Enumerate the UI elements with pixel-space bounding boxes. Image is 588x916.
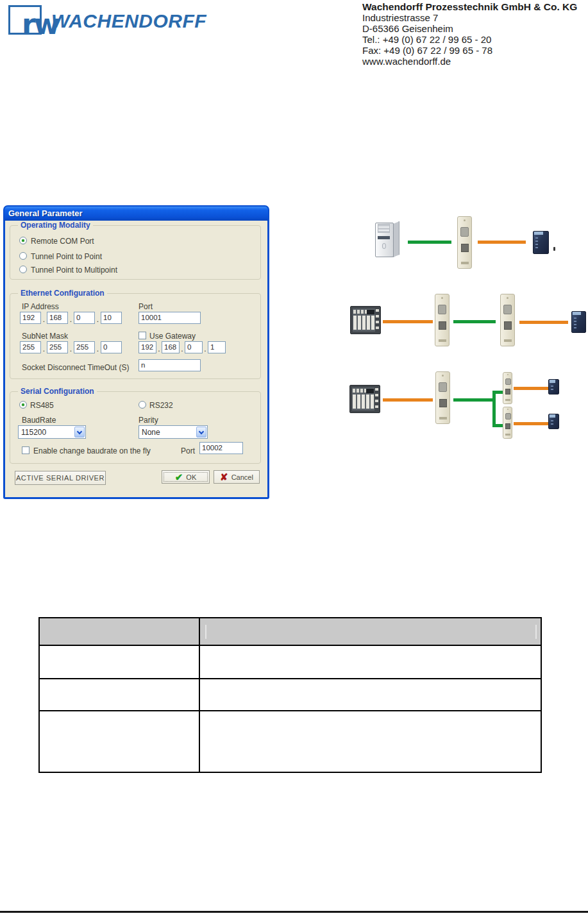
header-tick-mark	[205, 625, 206, 639]
radio-rs485[interactable]	[19, 401, 27, 409]
baudrate-fly-label: Enable change baudrate on the fly	[33, 446, 151, 455]
hmi-panel-icon	[349, 385, 380, 413]
ip-octet-4[interactable]: 10	[101, 312, 122, 324]
table-cell	[39, 711, 199, 772]
operating-modality-group: Operating Modality Remote COM Port Tunne…	[10, 225, 261, 280]
chevron-down-icon	[77, 429, 82, 434]
cancel-button[interactable]: ✘ Cancel	[214, 470, 260, 484]
active-serial-driver-button[interactable]: ACTIVE SERIAL DRIVER	[15, 471, 106, 485]
ethernet-configuration-label: Ethernet Configuration	[18, 289, 107, 298]
ok-button[interactable]: ✔ OK	[162, 470, 210, 484]
link-line-green	[453, 320, 496, 323]
ethernet-port-input[interactable]: 10001	[139, 312, 201, 324]
page: rw WACHENDORFF Wachendorff Prozesstechni…	[0, 0, 588, 916]
ip-octet-3[interactable]: 0	[74, 312, 95, 324]
header-tick-mark	[535, 625, 537, 639]
company-tel: Tel.: +49 (0) 67 22 / 99 65 - 20	[362, 34, 588, 45]
subnet-octet-4[interactable]: 0	[101, 341, 122, 353]
gateway-input-group: 192. 168. 0. 1	[139, 341, 226, 353]
gateway-octet-3[interactable]: 0	[185, 341, 203, 353]
baudrate-fly-checkbox[interactable]	[22, 446, 29, 454]
socket-timeout-label: Socket Disconnect TimeOut (S)	[22, 363, 129, 372]
company-city: D-65366 Geisenheim	[362, 23, 588, 34]
baudrate-select[interactable]: 115200	[18, 425, 86, 439]
subnet-octet-2[interactable]: 255	[47, 341, 68, 353]
link-line-orange	[383, 320, 433, 323]
subnet-octet-3[interactable]: 255	[74, 341, 95, 353]
link-line-orange	[519, 321, 568, 324]
baudrate-label: BaudRate	[22, 416, 56, 425]
ok-button-label: OK	[186, 473, 196, 481]
link-line-orange	[478, 241, 526, 244]
table-cell	[199, 679, 541, 711]
gateway-octet-2[interactable]: 168	[162, 341, 180, 353]
radio-rs232[interactable]	[139, 401, 146, 409]
ethernet-port-label: Port	[139, 302, 153, 311]
radio-remote-com-port[interactable]	[19, 237, 27, 244]
parity-dropdown-button[interactable]	[196, 427, 206, 437]
parity-label: Parity	[139, 416, 158, 425]
converter-icon	[457, 216, 472, 269]
field-device-icon	[548, 379, 559, 394]
table-row	[39, 711, 541, 772]
table-cell	[39, 679, 199, 711]
radio-tunnel-point-to-multipoint[interactable]	[19, 266, 27, 273]
stray-mark	[553, 247, 555, 251]
radio-tunnel-point-to-point[interactable]	[19, 252, 27, 260]
subnet-mask-label: SubNet Mask	[22, 332, 68, 341]
subnet-octet-1[interactable]: 255	[20, 341, 41, 353]
table-cell	[199, 645, 541, 679]
pc-tower-icon	[375, 221, 401, 259]
socket-timeout-input[interactable]: n	[139, 359, 201, 371]
radio-remote-com-port-label: Remote COM Port	[31, 237, 94, 246]
converter-icon	[500, 294, 515, 346]
operating-modality-label: Operating Modality	[18, 221, 93, 230]
company-fax: Fax: +49 (0) 67 22 / 99 65 - 78	[362, 45, 588, 56]
company-name: Wachendorff Prozesstechnik GmbH & Co. KG	[362, 1, 588, 12]
dialog-titlebar[interactable]: General Parameter	[4, 207, 268, 221]
subnet-mask-input-group: 255. 255. 255. 0	[20, 341, 122, 353]
check-icon: ✔	[175, 471, 183, 483]
company-address-block: Wachendorff Prozesstechnik GmbH & Co. KG…	[362, 1, 588, 67]
parity-select[interactable]: None	[139, 425, 208, 439]
link-line-green-branch	[492, 391, 496, 427]
wachendorff-logo-icon: rw	[8, 5, 42, 35]
ip-octet-1[interactable]: 192	[20, 312, 41, 324]
baudrate-dropdown-button[interactable]	[74, 427, 85, 437]
serial-configuration-group: Serial Configuration RS485 RS232 BaudRat…	[10, 391, 261, 464]
table-row	[39, 645, 541, 679]
converter-icon	[435, 294, 449, 346]
link-line-green	[453, 398, 496, 402]
gateway-octet-4[interactable]: 1	[208, 341, 226, 353]
field-device-icon	[571, 311, 586, 333]
ethernet-configuration-group: Ethernet Configuration IP Address 192. 1…	[10, 293, 261, 379]
link-line-green	[408, 241, 451, 244]
company-web: www.wachendorff.de	[362, 56, 588, 67]
use-gateway-label: Use Gateway	[149, 332, 196, 341]
ip-address-label: IP Address	[22, 302, 59, 311]
serial-configuration-label: Serial Configuration	[18, 387, 97, 396]
gateway-octet-1[interactable]: 192	[139, 341, 156, 353]
table-header-cell	[39, 618, 199, 645]
converter-icon	[503, 372, 512, 404]
general-parameter-dialog: General Parameter Operating Modality Rem…	[3, 205, 269, 499]
chevron-down-icon	[199, 429, 204, 434]
parameter-table	[38, 617, 542, 773]
table-header-row	[39, 618, 541, 645]
serial-port-label: Port	[181, 446, 195, 455]
table-row	[39, 679, 541, 711]
radio-rs485-label: RS485	[30, 401, 54, 410]
use-gateway-checkbox[interactable]	[139, 332, 146, 339]
x-icon: ✘	[220, 471, 228, 483]
page-footer-rule	[0, 911, 588, 913]
ip-address-input-group: 192. 168. 0. 10	[20, 312, 122, 324]
baudrate-value: 115200	[21, 428, 46, 437]
logo-wordmark: WACHENDORFF	[51, 10, 206, 32]
radio-tunnel-point-to-multipoint-label: Tunnel Point to Multipoint	[31, 266, 117, 275]
table-cell	[39, 645, 199, 679]
field-device-icon	[548, 414, 559, 429]
ip-octet-2[interactable]: 168	[47, 312, 68, 324]
table-header-cell	[199, 618, 541, 645]
table-cell	[199, 711, 541, 772]
serial-port-input[interactable]: 10002	[199, 442, 243, 454]
